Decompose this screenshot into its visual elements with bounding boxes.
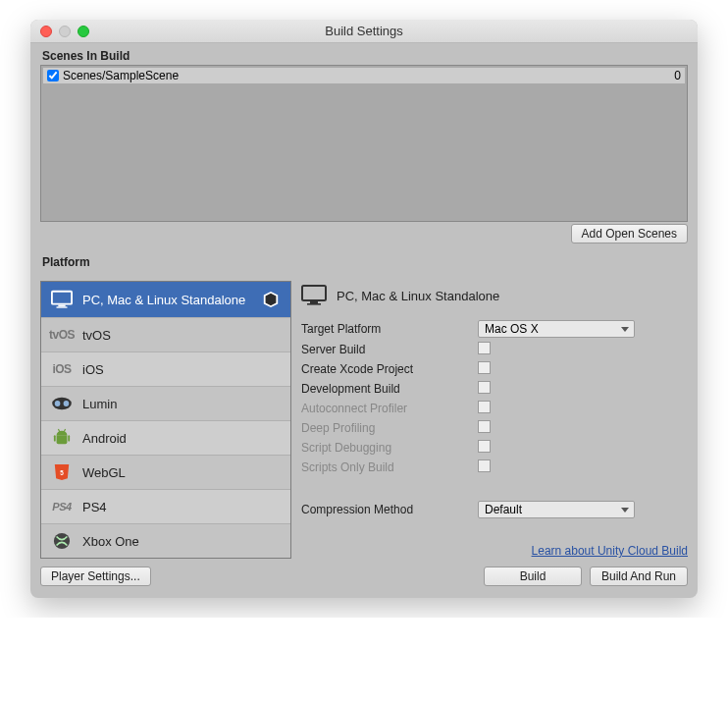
svg-point-14 — [54, 533, 70, 549]
scene-row[interactable]: Scenes/SampleScene 0 — [43, 68, 685, 83]
scripts-only-checkbox — [478, 459, 491, 472]
lumin-icon — [51, 395, 73, 412]
titlebar: Build Settings — [30, 20, 698, 43]
platform-item-ios[interactable]: iOS iOS — [41, 352, 290, 387]
svg-rect-10 — [54, 435, 56, 441]
svg-point-7 — [64, 401, 70, 406]
platform-label: Android — [82, 431, 127, 446]
svg-text:5: 5 — [60, 469, 64, 476]
script-debugging-checkbox — [478, 440, 491, 453]
scene-index: 0 — [674, 69, 681, 82]
platform-item-android[interactable]: Android — [41, 421, 290, 456]
svg-point-6 — [55, 401, 61, 406]
platform-item-ps4[interactable]: PS4 PS4 — [41, 490, 290, 524]
build-button[interactable]: Build — [484, 567, 582, 586]
xbox-icon — [51, 532, 73, 550]
platform-details: PC, Mac & Linux Standalone Target Platfo… — [301, 281, 688, 559]
platform-label: PC, Mac & Linux Standalone — [82, 293, 245, 307]
platform-label: iOS — [82, 362, 104, 377]
platform-label: PS4 — [82, 500, 107, 514]
android-icon — [51, 429, 73, 447]
webgl-icon: 5 — [51, 463, 73, 481]
option-compression: Compression Method Default — [301, 499, 688, 520]
build-settings-window: Build Settings Scenes In Build Scenes/Sa… — [30, 20, 698, 598]
tvos-icon: tvOS — [51, 326, 73, 344]
scene-path: Scenes/SampleScene — [63, 69, 179, 82]
platform-list: PC, Mac & Linux Standalone tvOS tvOS iOS… — [40, 281, 291, 559]
scenes-section-title: Scenes In Build — [42, 49, 688, 63]
option-deep-profiling: Deep Profiling — [301, 418, 688, 438]
platform-label: Lumin — [82, 397, 117, 411]
platform-section-title: Platform — [42, 255, 688, 269]
svg-rect-11 — [68, 435, 70, 441]
platform-item-lumin[interactable]: Lumin — [41, 387, 290, 421]
platform-label: tvOS — [82, 328, 111, 343]
svg-rect-17 — [307, 303, 321, 305]
compression-dropdown[interactable]: Default — [478, 501, 635, 518]
development-build-checkbox[interactable] — [478, 381, 491, 394]
server-build-checkbox[interactable] — [478, 342, 491, 354]
svg-rect-0 — [52, 292, 72, 304]
player-settings-button[interactable]: Player Settings... — [40, 567, 151, 586]
svg-rect-15 — [302, 286, 326, 300]
zoom-icon[interactable] — [78, 26, 89, 37]
ps4-icon: PS4 — [51, 498, 73, 515]
monitor-icon — [51, 291, 73, 308]
target-platform-dropdown[interactable]: Mac OS X — [478, 320, 635, 338]
scenes-list[interactable]: Scenes/SampleScene 0 — [40, 65, 688, 222]
platform-item-xbox[interactable]: Xbox One — [41, 524, 290, 558]
deep-profiling-checkbox — [478, 420, 491, 433]
build-and-run-button[interactable]: Build And Run — [590, 567, 688, 586]
svg-rect-2 — [57, 306, 68, 307]
window-title: Build Settings — [30, 24, 698, 38]
minimize-icon — [59, 26, 71, 37]
platform-item-standalone[interactable]: PC, Mac & Linux Standalone — [41, 282, 290, 318]
svg-rect-16 — [310, 301, 318, 303]
svg-line-8 — [58, 429, 59, 432]
option-create-xcode: Create Xcode Project — [301, 359, 688, 379]
create-xcode-checkbox[interactable] — [478, 361, 491, 374]
close-icon[interactable] — [40, 26, 52, 37]
add-open-scenes-button[interactable]: Add Open Scenes — [571, 224, 688, 243]
cloud-build-link[interactable]: Learn about Unity Cloud Build — [532, 544, 688, 558]
monitor-icon — [301, 285, 327, 306]
details-title: PC, Mac & Linux Standalone — [337, 289, 499, 303]
platform-label: Xbox One — [82, 534, 139, 549]
platform-item-webgl[interactable]: 5 WebGL — [41, 456, 290, 490]
platform-item-tvos[interactable]: tvOS tvOS — [41, 318, 290, 352]
autoconnect-profiler-checkbox — [478, 401, 491, 413]
option-autoconnect-profiler: Autoconnect Profiler — [301, 399, 688, 418]
option-server-build: Server Build — [301, 340, 688, 359]
platform-label: WebGL — [82, 465, 126, 480]
option-development-build: Development Build — [301, 379, 688, 399]
scene-checkbox[interactable] — [47, 70, 59, 81]
svg-line-9 — [64, 429, 65, 432]
option-target-platform: Target Platform Mac OS X — [301, 318, 688, 340]
unity-logo-icon — [261, 290, 281, 309]
option-scripts-only: Scripts Only Build — [301, 458, 688, 477]
ios-icon: iOS — [51, 360, 73, 378]
option-script-debugging: Script Debugging — [301, 438, 688, 458]
svg-rect-1 — [58, 305, 65, 307]
